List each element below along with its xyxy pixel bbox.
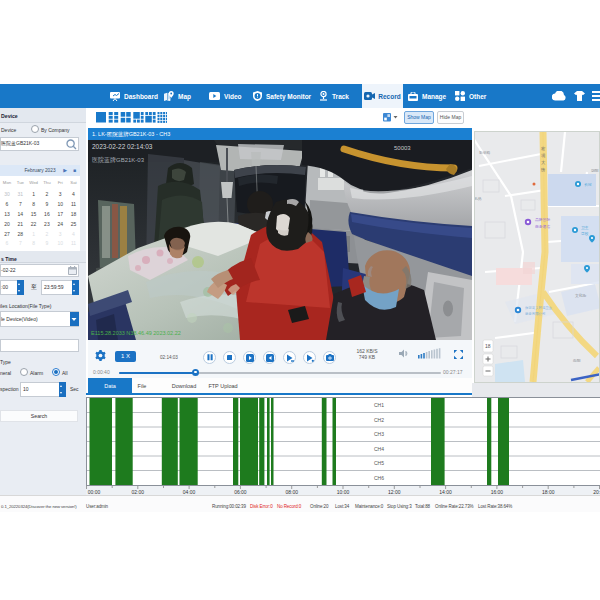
svg-text:商务酒店: 商务酒店 bbox=[535, 224, 550, 229]
svg-text:CH2: CH2 bbox=[374, 417, 384, 423]
svg-text:2023-02-22 02:14:03: 2023-02-22 02:14:03 bbox=[92, 143, 153, 150]
svg-text:CH4: CH4 bbox=[374, 446, 384, 452]
svg-text:润: 润 bbox=[541, 153, 545, 158]
svg-text:晶隆国际: 晶隆国际 bbox=[535, 217, 550, 222]
svg-text:CH6: CH6 bbox=[374, 475, 384, 481]
svg-text:宏: 宏 bbox=[541, 146, 545, 151]
svg-text:医院蓝牌GB21K-03: 医院蓝牌GB21K-03 bbox=[92, 156, 145, 164]
svg-text:新华路: 新华路 bbox=[479, 150, 491, 155]
svg-text:服务有限公司: 服务有限公司 bbox=[525, 311, 545, 316]
svg-text:朝阳: 朝阳 bbox=[591, 168, 599, 173]
svg-text:CH5: CH5 bbox=[374, 460, 384, 466]
svg-text:向阳: 向阳 bbox=[573, 358, 581, 363]
svg-text:保定嘉美环境卫生: 保定嘉美环境卫生 bbox=[525, 305, 553, 310]
svg-text:卫生: 卫生 bbox=[581, 225, 589, 230]
svg-text:CH1: CH1 bbox=[374, 402, 384, 408]
svg-text:18: 18 bbox=[485, 343, 491, 349]
svg-text:50003: 50003 bbox=[394, 145, 411, 151]
svg-text:长河: 长河 bbox=[584, 182, 592, 187]
svg-text:E115.28.2033 N38.46.49 2023.02: E115.28.2033 N38.46.49 2023.02.22 bbox=[91, 330, 181, 336]
svg-text:学校: 学校 bbox=[581, 231, 589, 236]
svg-text:CH3: CH3 bbox=[374, 431, 384, 437]
svg-text:机品: 机品 bbox=[475, 196, 482, 201]
svg-text:文化街: 文化街 bbox=[575, 293, 587, 298]
